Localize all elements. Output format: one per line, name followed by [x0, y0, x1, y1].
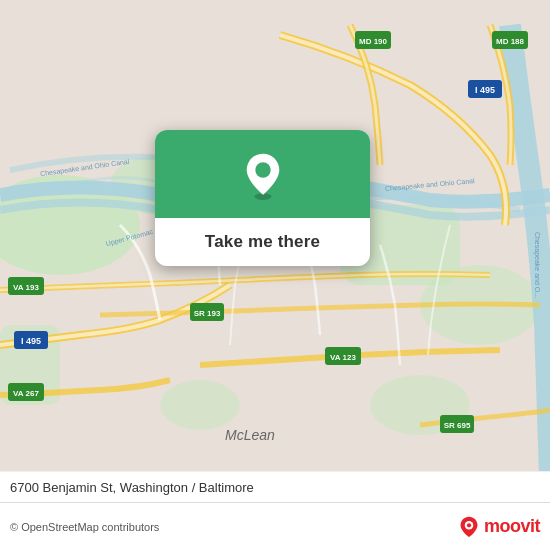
- moovit-logo: moovit: [458, 516, 540, 538]
- svg-text:SR 193: SR 193: [194, 309, 221, 318]
- location-pin-icon: [239, 152, 287, 200]
- svg-text:SR 695: SR 695: [444, 421, 471, 430]
- svg-text:McLean: McLean: [225, 427, 275, 443]
- svg-point-33: [467, 523, 471, 527]
- address-bar: 6700 Benjamin St, Washington / Baltimore: [0, 471, 550, 502]
- svg-text:I 495: I 495: [475, 85, 495, 95]
- svg-text:VA 267: VA 267: [13, 389, 39, 398]
- svg-text:MD 190: MD 190: [359, 37, 388, 46]
- take-me-there-button[interactable]: Take me there: [205, 232, 320, 252]
- svg-text:Chesapeake and Ohio Canal: Chesapeake and Ohio Canal: [385, 177, 476, 193]
- svg-text:I 495: I 495: [21, 336, 41, 346]
- address-text: 6700 Benjamin St, Washington / Baltimore: [10, 480, 254, 495]
- popup-bottom[interactable]: Take me there: [155, 218, 370, 266]
- svg-text:VA 123: VA 123: [330, 353, 356, 362]
- popup-top: [155, 130, 370, 218]
- svg-text:Chesapeake and O...: Chesapeake and O...: [533, 232, 541, 298]
- svg-point-31: [255, 162, 270, 177]
- moovit-brand-text: moovit: [484, 516, 540, 537]
- bottom-bar: © OpenStreetMap contributors moovit: [0, 502, 550, 550]
- moovit-pin-icon: [458, 516, 480, 538]
- map-container: I 495 I 495 MD 190 MD 188 VA 193 SR 193 …: [0, 0, 550, 550]
- map-svg: I 495 I 495 MD 190 MD 188 VA 193 SR 193 …: [0, 0, 550, 550]
- svg-point-4: [160, 380, 240, 430]
- svg-text:MD 188: MD 188: [496, 37, 525, 46]
- svg-text:VA 193: VA 193: [13, 283, 39, 292]
- popup-card: Take me there: [155, 130, 370, 266]
- osm-credit: © OpenStreetMap contributors: [10, 521, 458, 533]
